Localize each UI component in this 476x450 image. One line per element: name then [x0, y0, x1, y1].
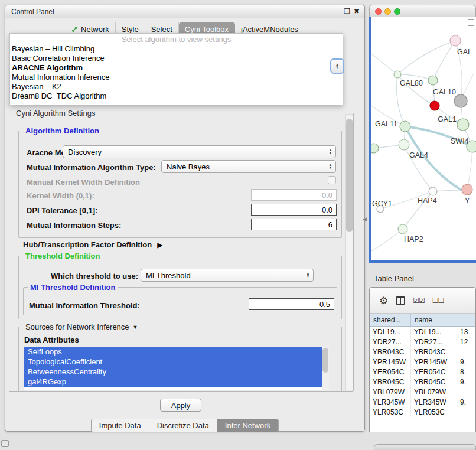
- mi-type-value: Naive Bayes: [162, 162, 325, 171]
- which-threshold-select[interactable]: MI Threshold ▲▼: [141, 269, 314, 282]
- manual-kernel-checkbox[interactable]: [328, 176, 336, 184]
- mi-algorithm-type-select[interactable]: Naive Bayes ▲▼: [161, 160, 336, 173]
- gear-icon[interactable]: ⚙: [379, 295, 388, 306]
- network-icon: [71, 26, 78, 32]
- select-all-icon[interactable]: ☑☑: [413, 296, 425, 305]
- float-window-icon[interactable]: ❐: [344, 7, 350, 15]
- bottom-tab-impute-data[interactable]: Impute Data: [91, 419, 149, 432]
- hub-definition-expander[interactable]: Hub/Transcription Factor Definition ▶: [23, 240, 162, 249]
- node-label: Y: [465, 197, 470, 205]
- network-node[interactable]: [400, 121, 410, 132]
- network-node[interactable]: [371, 144, 379, 153]
- table-row[interactable]: YLR053CYLR053C: [370, 407, 475, 417]
- network-canvas[interactable]: GALGAL80GAL10GAL11GAL1SWI4GAL4GCY1HAP4YH…: [371, 17, 476, 260]
- network-node[interactable]: [398, 224, 407, 234]
- node-label: GAL11: [375, 120, 397, 128]
- node-label: GAL: [457, 48, 472, 56]
- algorithm-definition-title: Algorithm Definition: [23, 126, 102, 135]
- close-button[interactable]: [375, 8, 382, 15]
- algorithm-option[interactable]: Basic Correlation Inference: [10, 54, 343, 63]
- algorithm-combo-arrow-button[interactable]: ▲ ▼: [330, 58, 344, 74]
- network-node[interactable]: [450, 35, 461, 46]
- table-row[interactable]: YPR145WYPR145W9.: [370, 357, 475, 367]
- dropdown-arrows-icon: ▲▼: [325, 149, 335, 155]
- threshold-definition-title: Threshold Definition: [23, 252, 102, 260]
- dropdown-list: Bayesian – Hill ClimbingBasic Correlatio…: [10, 44, 343, 101]
- table-toolbar: ⚙ ☑☑ ☐☐: [370, 288, 475, 314]
- node-label: SWI4: [451, 137, 469, 145]
- network-node[interactable]: [462, 184, 472, 195]
- network-graph: GALGAL80GAL10GAL11GAL1SWI4GAL4GCY1HAP4YH…: [371, 17, 476, 260]
- network-node[interactable]: [428, 76, 438, 85]
- network-edge: [467, 146, 472, 190]
- mi-steps-label: Mutual Information Steps:: [27, 221, 121, 230]
- aracne-mode-value: Discovery: [63, 148, 325, 156]
- network-edge: [371, 54, 397, 74]
- table-row[interactable]: YER054CYER054C8.: [370, 367, 475, 377]
- node-label: GAL4: [409, 151, 428, 159]
- control-panel-titlebar[interactable]: Control Panel ❐ ✖: [5, 5, 364, 18]
- window-title: Control Panel: [11, 8, 54, 16]
- column-header[interactable]: [457, 314, 475, 326]
- deselect-all-icon[interactable]: ☐☐: [432, 296, 444, 305]
- network-edge: [433, 41, 455, 80]
- algorithm-option[interactable]: ARACNE Algorithm: [10, 63, 343, 73]
- algorithm-option[interactable]: Dream8 DC_TDC Algorithm: [10, 92, 343, 101]
- settings-scrollbar-thumb[interactable]: [346, 119, 353, 232]
- close-icon[interactable]: ✖: [354, 7, 360, 15]
- table-row[interactable]: YDL19...YDL19...13: [370, 327, 475, 337]
- attributes-scrollbar-thumb[interactable]: [322, 348, 328, 373]
- dpi-tolerance-input[interactable]: 0.0: [251, 204, 337, 216]
- table-row[interactable]: YBR043CYBR043C: [370, 347, 475, 357]
- mi-threshold-input[interactable]: 0.5: [249, 298, 334, 310]
- algorithm-option[interactable]: Mutual Information Inference: [10, 73, 343, 82]
- table-body: YDL19...YDL19...13YDR27...YDR27...12YBR0…: [370, 327, 475, 417]
- zoom-button[interactable]: [394, 8, 400, 15]
- bottom-tab-discretize-data[interactable]: Discretize Data: [149, 419, 217, 432]
- sources-expander[interactable]: Sources for Network Inference ▼: [23, 322, 141, 331]
- bottom-tab-infer-network[interactable]: Infer Network: [217, 419, 279, 432]
- network-node[interactable]: [399, 139, 409, 150]
- minimize-button[interactable]: [384, 8, 391, 15]
- collapsed-panel-bar[interactable]: [374, 444, 476, 450]
- column-header[interactable]: name: [411, 314, 457, 326]
- table-panel-title: Table Panel: [374, 274, 414, 283]
- data-attribute-item[interactable]: gal4RGexp: [24, 377, 322, 387]
- apply-button[interactable]: Apply: [160, 399, 201, 412]
- network-node[interactable]: [457, 119, 469, 131]
- control-panel-window: Control Panel ❐ ✖ NetworkStyleSelectCyni…: [5, 5, 365, 432]
- algorithm-option[interactable]: Bayesian – K2: [10, 82, 343, 92]
- arrow-down-icon: ▼: [335, 66, 339, 69]
- mi-steps-input[interactable]: 6: [251, 219, 337, 230]
- sources-title-label: Sources for Network Inference: [25, 322, 129, 331]
- table-panel-window: ⚙ ☑☑ ☐☐ shared...name YDL19...YDL19...13…: [369, 287, 476, 432]
- expander-down-icon: ▼: [133, 324, 138, 330]
- table-row[interactable]: YLR345WYLR345W9.: [370, 397, 475, 407]
- network-node[interactable]: [429, 187, 437, 195]
- column-header[interactable]: shared...: [370, 314, 411, 326]
- table-row[interactable]: YDR27...YDR27...12: [370, 337, 475, 347]
- network-node[interactable]: [454, 94, 467, 107]
- data-attribute-item[interactable]: TopologicalCoefficient: [24, 357, 322, 367]
- which-threshold-label: Which threshold to use:: [51, 272, 138, 281]
- aracne-mode-select[interactable]: Discovery ▲▼: [63, 145, 336, 158]
- data-attributes-list[interactable]: SelfLoopsTopologicalCoefficientBetweenne…: [24, 347, 329, 390]
- table-header-row: shared...name: [370, 314, 475, 327]
- collapsed-panel-icon[interactable]: [1, 440, 9, 447]
- birdseye-toggle[interactable]: [468, 19, 474, 26]
- algorithm-option[interactable]: Bayesian – Hill Climbing: [10, 44, 343, 54]
- table-row[interactable]: YBR045CYBR045C9.: [370, 377, 475, 387]
- network-node[interactable]: [430, 101, 439, 110]
- panel-splitter-arrow[interactable]: ◀: [363, 216, 367, 222]
- which-threshold-value: MI Threshold: [141, 271, 303, 280]
- columns-icon[interactable]: [396, 296, 405, 305]
- data-attribute-item[interactable]: BetweennessCentrality: [24, 367, 322, 377]
- kernel-width-input[interactable]: 0.0: [251, 189, 337, 201]
- network-node[interactable]: [394, 71, 401, 78]
- table-row[interactable]: YBL079WYBL079W: [370, 387, 475, 397]
- network-window-titlebar[interactable]: [369, 5, 476, 17]
- hub-definition-label: Hub/Transcription Factor Definition: [23, 240, 152, 249]
- node-label: GCY1: [372, 200, 392, 208]
- data-attribute-item[interactable]: SelfLoops: [24, 347, 322, 357]
- expander-right-icon: ▶: [157, 241, 162, 249]
